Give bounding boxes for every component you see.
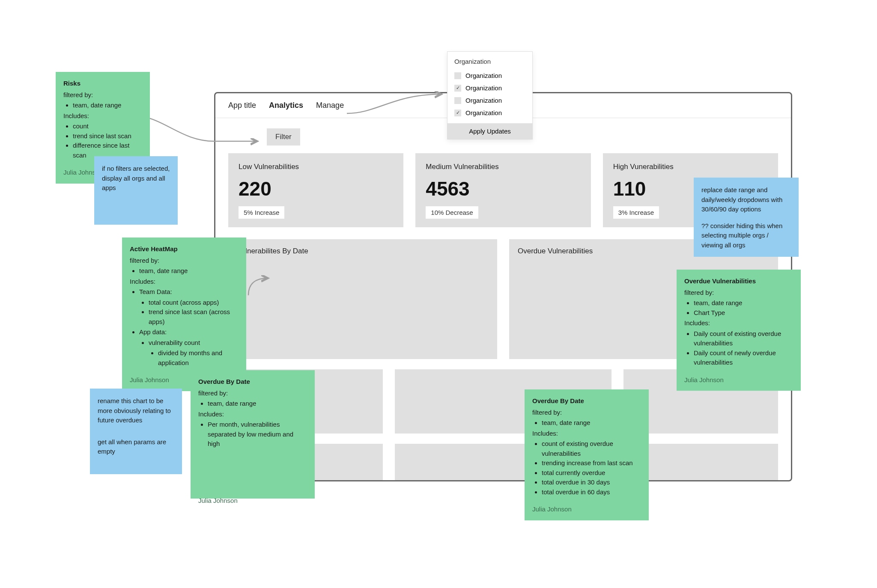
sticky-note-overdue-by-date-right[interactable]: Overdue By Date filtered by: team, date …: [525, 389, 649, 520]
note-list-item: trending increase from last scan: [542, 458, 641, 468]
arrow-icon: [343, 90, 450, 120]
sticky-note-overdue-panel[interactable]: Overdue Vulnerabilities filtered by: tea…: [677, 270, 801, 391]
filter-button[interactable]: Filter: [267, 128, 300, 146]
note-list-item: total overdue in 30 days: [542, 478, 641, 487]
note-list-item: trend since last scan (across apps): [149, 307, 239, 327]
note-list-item: vulnerability count divided by months an…: [149, 338, 239, 368]
sticky-note-heatmap[interactable]: Active HeatMap filtered by: team, date r…: [122, 238, 246, 391]
sticky-note-overdue-by-date-left[interactable]: Overdue By Date filtered by: team, date …: [191, 370, 315, 499]
stat-delta-badge: 10% Decrease: [426, 206, 478, 219]
stat-title: Medium Vulnerabilities: [426, 163, 580, 171]
apply-updates-button[interactable]: Apply Updates: [447, 123, 532, 139]
stat-card-medium: Medium Vulnerabilities 4563 10% Decrease: [415, 153, 591, 227]
app-title: App title: [228, 101, 256, 110]
note-list-item: total overdue in 60 days: [542, 487, 641, 497]
note-text: filtered by:: [130, 256, 239, 266]
note-text: filtered by:: [684, 288, 793, 298]
note-text: replace date range and daily/weekly drop…: [701, 185, 791, 214]
sticky-note-date-range[interactable]: replace date range and daily/weekly drop…: [694, 178, 799, 257]
note-list-item: Team Data: total count (across apps) tre…: [139, 287, 239, 327]
note-text: Includes:: [532, 429, 641, 439]
checkbox-icon[interactable]: ✓: [454, 110, 461, 116]
note-text: Includes:: [130, 277, 239, 287]
note-title: Overdue By Date: [198, 377, 307, 387]
org-option[interactable]: ✓ Organization: [447, 82, 532, 94]
note-list-item: divided by months and application: [158, 348, 239, 368]
stat-delta-badge: 5% Increase: [239, 206, 284, 219]
note-author: Julia Johnson: [198, 496, 307, 506]
note-list-item: team, date range: [73, 101, 142, 110]
note-text: get all when params are empty: [98, 437, 174, 457]
note-text: Includes:: [63, 111, 142, 121]
note-text: Includes:: [198, 410, 307, 419]
org-dropdown-header: Organization: [447, 58, 532, 69]
org-option-label: Organization: [465, 72, 502, 79]
stat-title: Low Vulnerabilities: [239, 163, 393, 171]
note-title: Active HeatMap: [130, 244, 239, 254]
note-list-item: trend since last scan: [73, 131, 142, 141]
note-text: filtered by:: [532, 408, 641, 418]
note-text: Includes:: [684, 318, 793, 328]
note-list-item: App data: vulnerability count divided by…: [139, 327, 239, 368]
note-list-item: team, date range: [694, 298, 793, 308]
note-title: Risks: [63, 79, 142, 89]
stat-value: 220: [239, 177, 393, 200]
note-text: if no filters are selected, display all …: [102, 164, 170, 193]
sticky-note-no-filters[interactable]: if no filters are selected, display all …: [94, 156, 178, 225]
note-text: filtered by:: [198, 389, 307, 398]
stat-card-low: Low Vulnerabilities 220 5% Increase: [228, 153, 403, 227]
org-option[interactable]: Organization: [447, 94, 532, 107]
checkbox-icon[interactable]: [454, 72, 461, 79]
note-title: Overdue Vulnerabilities: [684, 276, 793, 286]
note-list-item: Chart Type: [694, 308, 793, 318]
organization-dropdown[interactable]: Organization Organization ✓ Organization…: [447, 51, 533, 140]
note-list-item: team, date range: [208, 399, 307, 409]
note-list-item: count of existing overdue vulnerabilitie…: [542, 439, 641, 458]
stat-title: High Vunerabilities: [613, 163, 768, 171]
org-option-label: Organization: [465, 84, 502, 92]
note-list-item: Per month, vulnerabilities separated by …: [208, 420, 307, 449]
note-author: Julia Johnson: [684, 375, 793, 385]
org-option[interactable]: ✓ Organization: [447, 107, 532, 119]
note-list-item: Daily count of newly overdue vulnerabili…: [694, 348, 793, 368]
checkbox-icon[interactable]: [454, 97, 461, 104]
stat-delta-badge: 3% Increase: [613, 206, 659, 219]
checkbox-icon[interactable]: ✓: [454, 85, 461, 92]
note-text: ?? consider hiding this when selecting m…: [701, 221, 791, 250]
org-option[interactable]: Organization: [447, 69, 532, 82]
note-text: rename this chart to be more obviously r…: [98, 396, 174, 425]
note-text: filtered by:: [63, 90, 142, 100]
sticky-note-rename[interactable]: rename this chart to be more obviously r…: [90, 389, 182, 474]
note-list-item: total currently overdue: [542, 468, 641, 478]
note-list-item: Daily count of existing overdue vulnerab…: [694, 329, 793, 348]
stat-value: 4563: [426, 177, 580, 200]
org-option-label: Organization: [465, 97, 502, 104]
note-author: Julia Johnson: [532, 505, 641, 514]
chart-title: Vulnerabilites By Date: [237, 247, 489, 255]
note-list-item: count: [73, 122, 142, 131]
nav-analytics[interactable]: Analytics: [269, 101, 303, 110]
org-option-label: Organization: [465, 109, 502, 116]
nav-manage[interactable]: Manage: [316, 101, 344, 110]
note-list-item: team, date range: [139, 266, 239, 276]
note-list-item: total count (across apps): [149, 298, 239, 308]
note-title: Overdue By Date: [532, 396, 641, 406]
arrow-icon: [244, 274, 274, 300]
note-list-item: team, date range: [542, 418, 641, 428]
